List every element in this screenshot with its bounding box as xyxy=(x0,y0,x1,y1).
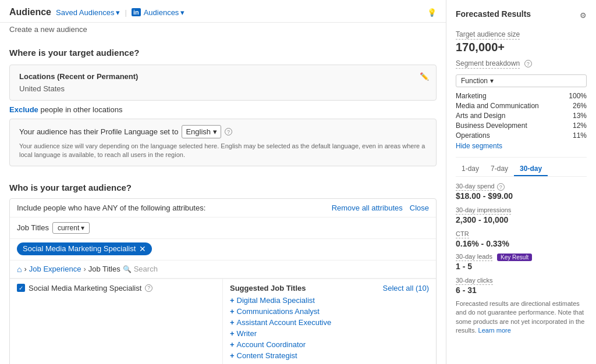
tab-30-day[interactable]: 30-day xyxy=(514,162,548,176)
target-size-value: 170,000+ xyxy=(456,41,587,54)
job-titles-row: Job Titles current ▾ xyxy=(10,217,436,239)
suggestion-item[interactable]: +Writer xyxy=(230,329,429,338)
segment-section: Segment breakdown ? Function ▾ Marketing… xyxy=(456,59,587,150)
attributes-box: Include people who have ANY of the follo… xyxy=(9,198,437,364)
suggestion-item[interactable]: +Assistant Account Executive xyxy=(230,318,429,327)
close-button[interactable]: Close xyxy=(410,204,429,212)
sidebar-title: Forecasted Results xyxy=(456,9,531,19)
job-titles-label: Job Titles xyxy=(17,223,49,232)
page-title: Audience xyxy=(9,7,51,17)
tag-social-media[interactable]: Social Media Marketing Specialist ✕ xyxy=(17,242,152,255)
language-info-icon[interactable]: ? xyxy=(225,128,232,135)
language-note: Your audience size will vary depending o… xyxy=(19,142,427,160)
suggestion-item[interactable]: +Communications Analyst xyxy=(230,307,429,316)
item-info-icon[interactable]: ? xyxy=(145,284,152,292)
segment-row: Marketing 100% xyxy=(456,92,587,100)
language-box: Your audience has their Profile Language… xyxy=(9,119,437,166)
metric-ctr: CTR 0.16% - 0.33% xyxy=(456,229,587,248)
saved-audiences-button[interactable]: Saved Audiences ▾ xyxy=(56,8,120,17)
forecast-note: Forecasted results are directional estim… xyxy=(456,299,587,336)
suggestion-item[interactable]: +Content Strategist xyxy=(230,351,429,360)
results-left: Social Media Marketing Specialist ? xyxy=(10,279,223,364)
gear-icon[interactable]: ⚙ xyxy=(580,11,587,20)
breadcrumb-job-experience[interactable]: Job Experience xyxy=(29,265,81,273)
segment-info-icon[interactable]: ? xyxy=(524,60,532,67)
results-area: Social Media Marketing Specialist ? Sugg… xyxy=(10,279,436,364)
location-box-label: Locations (Recent or Permanent) xyxy=(19,72,427,81)
attributes-header: Include people who have ANY of the follo… xyxy=(10,199,436,217)
results-right: Suggested Job Titles Select all (10) +Di… xyxy=(223,279,436,364)
linkedin-icon: in xyxy=(132,8,141,16)
search-placeholder[interactable]: Search xyxy=(134,265,158,273)
checked-item-label: Social Media Marketing Specialist xyxy=(29,284,141,292)
key-result-badge: Key Result xyxy=(497,254,532,261)
segment-row: Business Development 12% xyxy=(456,122,587,130)
segment-row: Media and Communication 26% xyxy=(456,102,587,110)
suggested-header: Suggested Job Titles Select all (10) xyxy=(230,284,429,292)
tab-7-day[interactable]: 7-day xyxy=(485,162,514,176)
language-select[interactable]: English ▾ xyxy=(182,125,221,138)
include-text: Include people who have ANY of the follo… xyxy=(17,204,205,212)
spend-info-icon[interactable]: ? xyxy=(497,183,505,191)
suggestion-item[interactable]: +Digital Media Specialist xyxy=(230,296,429,305)
metric-clicks: 30-day clicks 6 - 31 xyxy=(456,276,587,295)
location-section: Where is your target audience? Locations… xyxy=(0,38,446,176)
target-section-title: Who is your target audience? xyxy=(9,183,437,192)
audiences-button[interactable]: in Audiences ▾ xyxy=(132,8,185,17)
checkbox[interactable] xyxy=(17,284,25,292)
suggestions-list: +Digital Media Specialist +Communication… xyxy=(230,296,429,360)
suggested-title: Suggested Job Titles xyxy=(230,284,306,292)
function-dropdown[interactable]: Function ▾ xyxy=(456,74,587,87)
checkbox-row: Social Media Marketing Specialist ? xyxy=(17,284,215,292)
edit-icon[interactable]: ✏️ xyxy=(420,72,429,81)
metric-impressions: 30-day impressions 2,300 - 10,000 xyxy=(456,205,587,224)
tag-remove-icon[interactable]: ✕ xyxy=(139,244,146,254)
tag-row: Social Media Marketing Specialist ✕ xyxy=(10,239,436,260)
exclude-row: Exclude people in other locations xyxy=(9,105,437,114)
suggestion-item[interactable]: +Account Coordinator xyxy=(230,340,429,349)
header: Audience Saved Audiences ▾ | in Audience… xyxy=(0,0,446,23)
search-icon: 🔍 xyxy=(123,265,132,273)
attr-actions: Remove all attributes Close xyxy=(332,204,429,212)
exclude-button[interactable]: Exclude xyxy=(9,105,38,114)
metrics-list: 30-day spend ? $18.00 - $99.00 30-day im… xyxy=(456,183,587,295)
language-row: Your audience has their Profile Language… xyxy=(19,125,427,138)
location-box: Locations (Recent or Permanent) United S… xyxy=(9,65,437,101)
home-icon[interactable]: ⌂ xyxy=(17,265,22,274)
target-section: Who is your target audience? Include peo… xyxy=(0,176,446,364)
divider xyxy=(456,157,587,158)
segment-row: Arts and Design 13% xyxy=(456,112,587,120)
hide-segments-button[interactable]: Hide segments xyxy=(456,142,587,150)
tab-1-day[interactable]: 1-day xyxy=(456,162,485,176)
metric-spend: 30-day spend ? $18.00 - $99.00 xyxy=(456,183,587,201)
learn-more-link[interactable]: Learn more xyxy=(478,327,511,334)
location-section-title: Where is your target audience? xyxy=(9,48,437,58)
sidebar: Forecasted Results ⚙ Target audience siz… xyxy=(446,0,596,364)
remove-all-button[interactable]: Remove all attributes xyxy=(332,204,403,212)
day-tabs: 1-day 7-day 30-day xyxy=(456,162,587,177)
search-nav-row: ⌂ › Job Experience › Job Titles 🔍 Search xyxy=(10,260,436,279)
breadcrumb-job-titles: Job Titles xyxy=(88,265,120,273)
location-value: United States xyxy=(19,84,427,93)
segment-row: Operations 11% xyxy=(456,131,587,140)
bulb-icon: 💡 xyxy=(427,8,437,17)
target-size-label: Target audience size xyxy=(456,30,520,40)
current-select[interactable]: current ▾ xyxy=(52,222,90,234)
create-label: Create a new audience xyxy=(0,23,446,38)
metric-leads: 30-day leads Key Result 1 - 5 xyxy=(456,253,587,271)
segment-breakdown-label: Segment breakdown xyxy=(456,59,520,69)
select-all-button[interactable]: Select all (10) xyxy=(383,284,429,292)
segments-list: Marketing 100% Media and Communication 2… xyxy=(456,92,587,140)
